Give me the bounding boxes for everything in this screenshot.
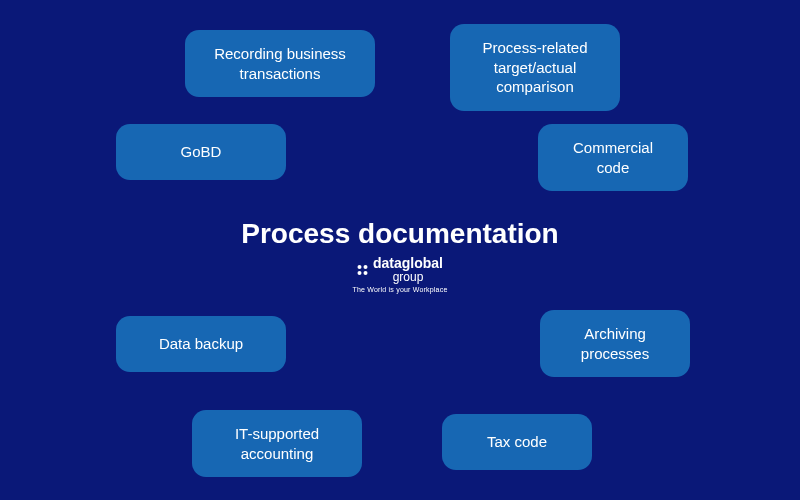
brand-tagline: The World is your Workplace <box>352 286 447 293</box>
brand-logo: dataglobal group The World is your Workp… <box>352 256 447 293</box>
diagram-title: Process documentation <box>241 218 558 250</box>
node-commercial-code: Commercial code <box>538 124 688 191</box>
brand-dots-icon <box>357 265 367 275</box>
node-recording-business-transactions: Recording business transactions <box>185 30 375 97</box>
node-tax-code: Tax code <box>442 414 592 470</box>
node-archiving-processes: Archiving processes <box>540 310 690 377</box>
brand-sub: group <box>373 271 443 283</box>
node-gobd: GoBD <box>116 124 286 180</box>
node-it-supported-accounting: IT-supported accounting <box>192 410 362 477</box>
brand-name: dataglobal <box>373 256 443 270</box>
node-data-backup: Data backup <box>116 316 286 372</box>
node-process-related-comparison: Process-related target/actual comparison <box>450 24 620 111</box>
